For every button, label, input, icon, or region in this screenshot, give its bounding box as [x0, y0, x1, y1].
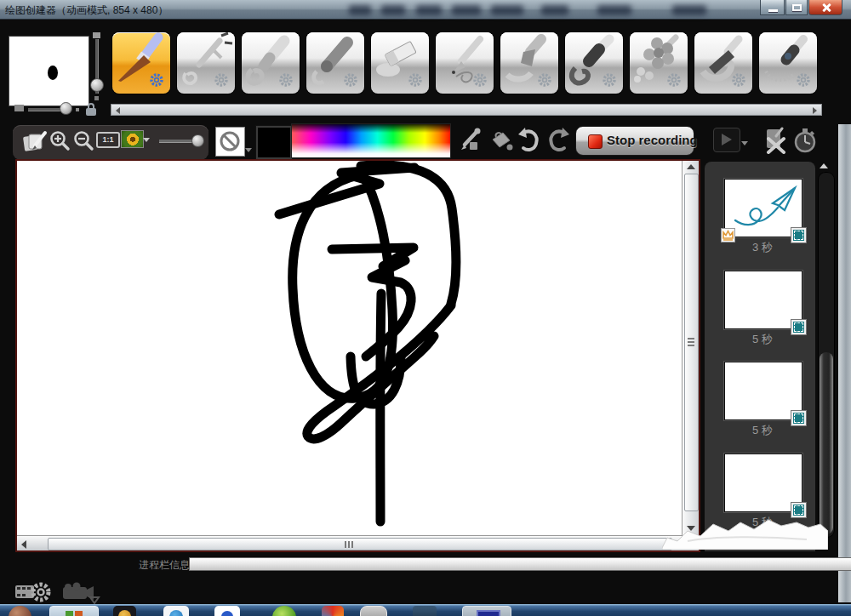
- taskbar-app-1[interactable]: [9, 606, 31, 616]
- titlebar-menu-item[interactable]: [452, 5, 481, 15]
- taskbar-app-7[interactable]: [322, 606, 344, 616]
- view-controls-panel: 1:1: [13, 125, 208, 160]
- no-color-swatch[interactable]: [215, 127, 245, 157]
- horizontal-slider-end-dot: [76, 108, 79, 111]
- current-color-swatch[interactable]: [256, 126, 292, 159]
- maximize-button[interactable]: [785, 0, 808, 15]
- tool-pencil[interactable]: [436, 32, 494, 94]
- canvas-scroll-left-icon[interactable]: [21, 540, 26, 549]
- tool-airbrush[interactable]: [177, 32, 235, 94]
- canvas-scroll-up-icon[interactable]: [687, 164, 695, 169]
- titlebar-menu-item[interactable]: [349, 5, 371, 15]
- brush-opacity-slider-thumb[interactable]: [90, 78, 104, 92]
- vertical-slider-top-cap: [93, 32, 100, 38]
- taskbar-app-8[interactable]: [360, 606, 387, 616]
- window-right-edge: [838, 124, 851, 602]
- frame-duration: 5 秒: [705, 332, 820, 347]
- brush-preview: [9, 36, 89, 106]
- no-color-dropdown-icon[interactable]: [245, 148, 252, 152]
- tool-paintbrush[interactable]: [112, 32, 170, 94]
- frames-scrollbar[interactable]: [818, 172, 835, 538]
- minimize-button[interactable]: [760, 0, 785, 15]
- tool-copy-marker[interactable]: [242, 32, 300, 94]
- zoom-in-icon[interactable]: [49, 129, 72, 153]
- progress-bar: [189, 557, 851, 571]
- tools-scroll-left-icon[interactable]: [116, 107, 120, 114]
- page-curl[interactable]: [662, 516, 828, 550]
- video-camera-icon[interactable]: [58, 582, 100, 604]
- taskbar-app-10[interactable]: [462, 606, 511, 616]
- taskbar-app-2[interactable]: [49, 606, 99, 616]
- taskbar-app-3[interactable]: [113, 606, 136, 616]
- titlebar-menu-item[interactable]: [381, 5, 405, 15]
- settings-gear-icon[interactable]: [14, 579, 53, 604]
- drawing-creator-window: 绘图创建器（动画模式, 854 x 480）: [0, 0, 851, 616]
- eyedropper-icon[interactable]: [457, 128, 483, 153]
- zoom-slider-thumb[interactable]: [191, 134, 204, 147]
- edit-pages-icon[interactable]: [21, 129, 49, 155]
- minimize-icon: [768, 9, 778, 12]
- delete-frame-icon[interactable]: [762, 127, 789, 154]
- tool-flower-stamp[interactable]: [630, 32, 688, 94]
- frame-thumbnail-1[interactable]: [724, 179, 802, 237]
- window-title: 绘图创建器（动画模式, 854 x 480）: [5, 3, 168, 18]
- actual-size-button[interactable]: 1:1: [96, 132, 120, 148]
- titlebar-menu-item[interactable]: [597, 5, 631, 15]
- stop-recording-button[interactable]: Stop recording: [575, 126, 694, 156]
- background-picker-dropdown-icon[interactable]: [143, 138, 150, 142]
- frame1-sketch: [725, 180, 800, 235]
- frame-duration: 5 秒: [705, 423, 820, 438]
- tools-scroll-right-icon[interactable]: [813, 107, 817, 114]
- vertical-slider-bottom-cap: [94, 96, 99, 100]
- play-icon: [722, 134, 732, 145]
- tool-charcoal[interactable]: [565, 32, 623, 94]
- taskbar-app-5[interactable]: [214, 606, 240, 616]
- tool-crayon[interactable]: [306, 32, 364, 94]
- close-button[interactable]: [808, 0, 842, 15]
- play-dropdown-icon[interactable]: [741, 141, 748, 145]
- color-spectrum-picker[interactable]: [291, 123, 451, 158]
- horizontal-slider-left-cap: [14, 105, 24, 111]
- titlebar-menu-item[interactable]: [416, 5, 442, 15]
- titlebar[interactable]: 绘图创建器（动画模式, 854 x 480）: [0, 0, 851, 20]
- tool-wet-brush[interactable]: [694, 32, 752, 94]
- drawing-canvas[interactable]: [17, 161, 682, 535]
- canvas-frame: [15, 159, 700, 552]
- frame-duration: 3 秒: [705, 240, 820, 255]
- titlebar-menu-item[interactable]: [541, 5, 568, 15]
- titlebar-menu-item[interactable]: [672, 5, 706, 15]
- titlebar-menu-item[interactable]: [491, 5, 523, 15]
- canvas-sketch: [17, 161, 682, 535]
- play-button[interactable]: [713, 128, 740, 152]
- zoom-out-icon[interactable]: [72, 129, 96, 153]
- taskbar-app-9[interactable]: [413, 606, 437, 616]
- brush-size-dot: [48, 66, 58, 80]
- frame-thumbnail-3[interactable]: [724, 362, 802, 420]
- frames-sidebar: 3 秒 5 秒 5 秒 5 秒: [705, 162, 815, 551]
- taskbar-app-6[interactable]: [272, 606, 296, 616]
- close-icon: [821, 3, 831, 13]
- paint-bucket-icon[interactable]: [487, 128, 514, 153]
- progress-label: 进程栏信息: [139, 558, 190, 573]
- timer-icon[interactable]: [792, 127, 818, 154]
- frames-scroll-thumb[interactable]: [820, 352, 833, 534]
- tool-eraser[interactable]: [371, 32, 429, 94]
- tool-highlighter[interactable]: [500, 32, 558, 94]
- redo-icon[interactable]: [546, 127, 572, 154]
- undo-icon[interactable]: [516, 127, 541, 154]
- taskbar[interactable]: [0, 604, 851, 616]
- brush-size-slider-thumb[interactable]: [60, 102, 72, 115]
- tools-scrollbar[interactable]: [111, 104, 822, 116]
- maximize-icon: [792, 4, 802, 11]
- tool-smudge-brush[interactable]: [759, 32, 817, 94]
- frames-scroll-up-icon[interactable]: [820, 163, 828, 168]
- canvas-horizontal-scrollbar[interactable]: [17, 535, 699, 550]
- canvas-vertical-scrollbar[interactable]: [682, 161, 699, 535]
- frame-thumbnail-4[interactable]: [724, 453, 802, 512]
- canvas-hscroll-thumb[interactable]: [48, 538, 672, 550]
- taskbar-app-4[interactable]: [163, 606, 189, 616]
- canvas-vscroll-thumb[interactable]: [684, 174, 699, 511]
- background-image-picker[interactable]: [121, 130, 144, 148]
- frame-thumbnail-2[interactable]: [724, 271, 802, 329]
- lock-icon[interactable]: [86, 108, 96, 116]
